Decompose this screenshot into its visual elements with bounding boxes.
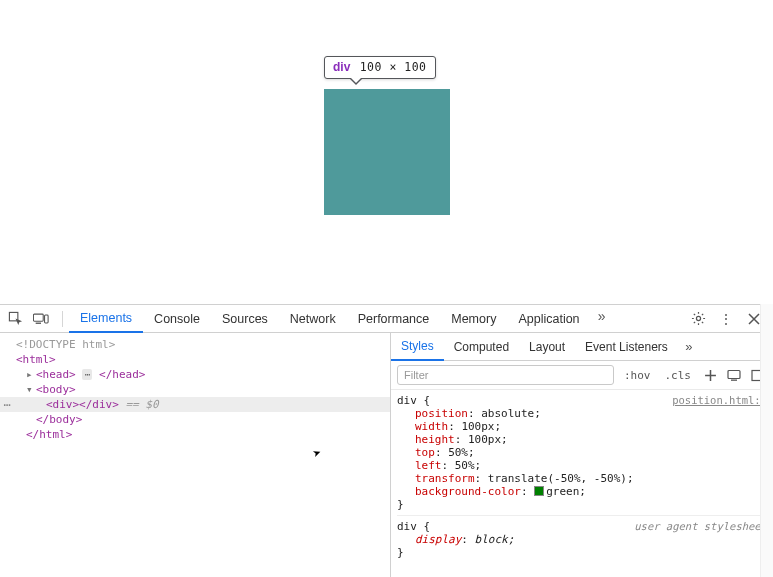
tab-application[interactable]: Application — [507, 305, 590, 332]
more-tabs-icon[interactable]: » — [591, 305, 613, 327]
css-declaration[interactable]: display: block; — [397, 533, 767, 546]
css-declaration[interactable]: width: 100px; — [397, 420, 767, 433]
dom-body-open[interactable]: <body> — [36, 383, 76, 396]
tab-console[interactable]: Console — [143, 305, 211, 332]
styles-panel: Styles Computed Layout Event Listeners »… — [391, 333, 773, 577]
css-selector-line[interactable]: div {user agent stylesheet — [397, 520, 767, 533]
css-rule[interactable]: div {position.html:9position: absolute;w… — [397, 392, 767, 516]
css-rule-close-brace: } — [397, 498, 767, 511]
devtools-toolbar: Elements Console Sources Network Perform… — [0, 305, 773, 333]
sub-tab-computed[interactable]: Computed — [444, 333, 519, 360]
css-declaration[interactable]: top: 50%; — [397, 446, 767, 459]
sub-tab-layout[interactable]: Layout — [519, 333, 575, 360]
dom-html-close[interactable]: </html> — [26, 428, 72, 441]
tab-performance[interactable]: Performance — [347, 305, 441, 332]
tab-sources[interactable]: Sources — [211, 305, 279, 332]
toggle-sidebar-icon[interactable] — [749, 366, 767, 384]
styles-sub-tabs: Styles Computed Layout Event Listeners » — [391, 333, 773, 361]
svg-rect-6 — [731, 379, 737, 380]
css-declaration[interactable]: background-color: green; — [397, 485, 767, 498]
dom-head-open[interactable]: <head> — [36, 368, 76, 381]
dom-div[interactable]: <div></div> — [46, 398, 119, 411]
styles-filter-row: :hov .cls — [391, 361, 773, 390]
svg-rect-8 — [760, 370, 764, 380]
mouse-cursor-icon: ➤ — [311, 444, 324, 462]
devtools-tabs: Elements Console Sources Network Perform… — [69, 305, 687, 332]
ellipsis-icon[interactable]: ⋯ — [82, 369, 92, 380]
disclosure-triangle-icon[interactable]: ▸ — [26, 368, 36, 381]
styles-filter-input[interactable] — [397, 365, 614, 385]
sub-tab-event-listeners[interactable]: Event Listeners — [575, 333, 678, 360]
kebab-menu-icon[interactable]: ⋮ — [715, 308, 737, 330]
svg-rect-1 — [33, 314, 43, 321]
css-declaration[interactable]: left: 50%; — [397, 459, 767, 472]
hov-toggle[interactable]: :hov — [620, 368, 655, 383]
device-preview-icon[interactable] — [725, 366, 743, 384]
inspected-element-box[interactable] — [324, 89, 450, 215]
more-sub-tabs-icon[interactable]: » — [678, 336, 700, 358]
svg-point-4 — [696, 316, 700, 320]
color-swatch-icon[interactable] — [534, 486, 544, 496]
devtools-panel: Elements Console Sources Network Perform… — [0, 304, 773, 577]
rule-origin-ua: user agent stylesheet — [634, 520, 767, 532]
svg-rect-2 — [36, 322, 41, 323]
new-rule-plus-icon[interactable] — [701, 366, 719, 384]
elements-dom-tree[interactable]: <!DOCTYPE html> <html> ▸<head> ⋯ </head>… — [0, 333, 391, 577]
page-viewport: div 100 × 100 — [0, 0, 773, 304]
dom-selected-row[interactable]: <div></div> == $0 — [0, 397, 390, 412]
css-rules-list[interactable]: div {position.html:9position: absolute;w… — [391, 390, 773, 577]
css-declaration[interactable]: position: absolute; — [397, 407, 767, 420]
device-toggle-icon[interactable] — [30, 308, 52, 330]
css-declaration[interactable]: transform: translate(-50%, -50%); — [397, 472, 767, 485]
svg-rect-3 — [45, 315, 49, 323]
cls-toggle[interactable]: .cls — [661, 368, 696, 383]
close-devtools-icon[interactable] — [743, 308, 765, 330]
dom-body-close[interactable]: </body> — [36, 413, 82, 426]
rule-origin-link[interactable]: position.html:9 — [672, 394, 767, 406]
settings-gear-icon[interactable] — [687, 308, 709, 330]
dom-html-open[interactable]: <html> — [16, 353, 56, 366]
inspect-tooltip: div 100 × 100 — [324, 56, 436, 79]
dom-head-close[interactable]: </head> — [99, 368, 145, 381]
tab-elements[interactable]: Elements — [69, 305, 143, 333]
tooltip-tag: div — [333, 60, 356, 74]
tab-network[interactable]: Network — [279, 305, 347, 332]
tab-memory[interactable]: Memory — [440, 305, 507, 332]
inspect-icon[interactable] — [4, 308, 26, 330]
sub-tab-styles[interactable]: Styles — [391, 334, 444, 361]
disclosure-triangle-icon[interactable]: ▾ — [26, 383, 36, 396]
css-declaration[interactable]: height: 100px; — [397, 433, 767, 446]
css-selector-line[interactable]: div {position.html:9 — [397, 394, 767, 407]
toolbar-separator — [62, 311, 63, 327]
svg-rect-5 — [728, 370, 740, 378]
dom-doctype[interactable]: <!DOCTYPE html> — [16, 338, 115, 351]
dom-selection-marker: == $0 — [119, 398, 159, 411]
css-rule[interactable]: div {user agent stylesheetdisplay: block… — [397, 518, 767, 563]
css-rule-close-brace: } — [397, 546, 767, 559]
tooltip-dimensions: 100 × 100 — [360, 60, 427, 74]
